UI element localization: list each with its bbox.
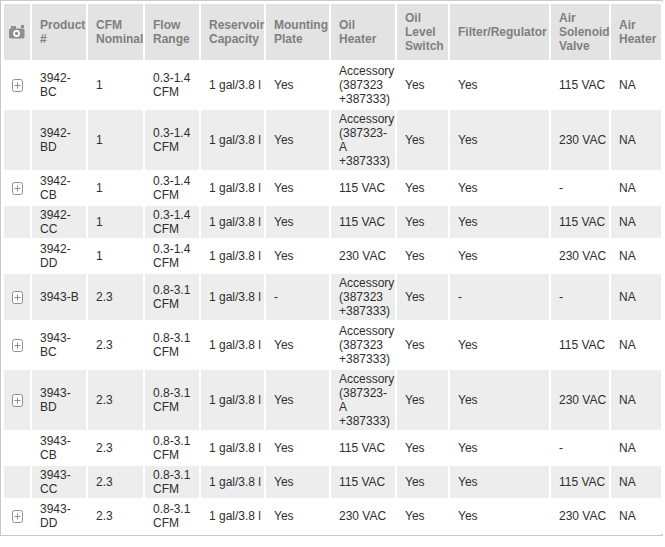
- column-header-oil_heater: Oil Heater: [331, 4, 395, 60]
- cfm-cell: 2.3: [88, 370, 143, 430]
- reservoir-cell: 1 gal/3.8 l: [201, 172, 264, 204]
- reservoir-cell: 1 gal/3.8 l: [201, 206, 264, 238]
- cfm-cell: 1: [88, 62, 143, 108]
- oil_heater-cell: Accessory (387323 +387333): [331, 62, 395, 108]
- product-table: Product #CFM NominalFlow RangeReservoir …: [2, 2, 663, 534]
- expand-plus-icon: [12, 394, 23, 407]
- cfm-cell: 2.3: [88, 500, 143, 532]
- product-cell: 3942-CC: [32, 206, 86, 238]
- expand-cell: [4, 500, 30, 532]
- mounting-cell: Yes: [266, 172, 329, 204]
- filter-cell: Yes: [450, 206, 549, 238]
- oil_heater-cell: 115 VAC: [331, 466, 395, 498]
- oil_heater-cell: Accessory (387323 +387333): [331, 274, 395, 320]
- expand-cell: [4, 110, 30, 170]
- reservoir-cell: 1 gal/3.8 l: [201, 432, 264, 464]
- oil_level-cell: Yes: [397, 274, 448, 320]
- filter-cell: Yes: [450, 432, 549, 464]
- expand-cell: [4, 322, 30, 368]
- oil_heater-cell: 230 VAC: [331, 500, 395, 532]
- expand-cell: [4, 172, 30, 204]
- reservoir-cell: 1 gal/3.8 l: [201, 274, 264, 320]
- oil_level-cell: Yes: [397, 322, 448, 368]
- air_heater-cell: NA: [611, 370, 661, 430]
- table-row: 3942-BC10.3-1.4 CFM1 gal/3.8 lYesAccesso…: [4, 62, 661, 108]
- expand-cell: [4, 240, 30, 272]
- column-header-air_heater: Air Heater: [611, 4, 661, 60]
- mounting-cell: Yes: [266, 62, 329, 108]
- filter-cell: Yes: [450, 466, 549, 498]
- mounting-cell: Yes: [266, 500, 329, 532]
- mounting-cell: Yes: [266, 206, 329, 238]
- flow-cell: 0.3-1.4 CFM: [145, 172, 199, 204]
- header-row: Product #CFM NominalFlow RangeReservoir …: [4, 4, 661, 60]
- table-header: Product #CFM NominalFlow RangeReservoir …: [4, 4, 661, 60]
- solenoid-cell: 230 VAC: [551, 110, 609, 170]
- product-cell: 3943-B: [32, 274, 86, 320]
- column-header-label: Mounting Plate: [274, 18, 328, 46]
- air_heater-cell: NA: [611, 206, 661, 238]
- column-header-label: Air Heater: [619, 18, 656, 46]
- oil_level-cell: Yes: [397, 172, 448, 204]
- table-row: 3942-CC10.3-1.4 CFM1 gal/3.8 lYes115 VAC…: [4, 206, 661, 238]
- expand-plus-icon: [12, 79, 23, 92]
- cfm-cell: 1: [88, 240, 143, 272]
- expand-row-button[interactable]: [12, 394, 23, 407]
- expand-cell: [4, 370, 30, 430]
- oil_level-cell: Yes: [397, 110, 448, 170]
- air_heater-cell: NA: [611, 240, 661, 272]
- table-row: 3943-CC2.30.8-3.1 CFM1 gal/3.8 lYes115 V…: [4, 466, 661, 498]
- oil_heater-cell: Accessory (387323-A +387333): [331, 370, 395, 430]
- oil_level-cell: Yes: [397, 500, 448, 532]
- mounting-cell: -: [266, 274, 329, 320]
- mounting-cell: Yes: [266, 240, 329, 272]
- oil_heater-cell: Accessory (387323-A +387333): [331, 110, 395, 170]
- expand-row-button[interactable]: [12, 291, 23, 304]
- oil_level-cell: Yes: [397, 370, 448, 430]
- cfm-cell: 2.3: [88, 322, 143, 368]
- expand-row-button[interactable]: [12, 182, 23, 195]
- product-cell: 3943-BC: [32, 322, 86, 368]
- reservoir-cell: 1 gal/3.8 l: [201, 110, 264, 170]
- column-header-label: Air Solenoid Valve: [559, 11, 610, 53]
- product-cell: 3943-CB: [32, 432, 86, 464]
- flow-cell: 0.3-1.4 CFM: [145, 240, 199, 272]
- solenoid-cell: 230 VAC: [551, 370, 609, 430]
- column-header-photo: [4, 4, 30, 60]
- expand-cell: [4, 274, 30, 320]
- table-row: 3942-CB10.3-1.4 CFM1 gal/3.8 lYes115 VAC…: [4, 172, 661, 204]
- solenoid-cell: -: [551, 172, 609, 204]
- column-header-label: Oil Heater: [339, 18, 376, 46]
- mounting-cell: Yes: [266, 370, 329, 430]
- table-row: 3942-DD10.3-1.4 CFM1 gal/3.8 lYes230 VAC…: [4, 240, 661, 272]
- air_heater-cell: NA: [611, 110, 661, 170]
- cfm-cell: 2.3: [88, 432, 143, 464]
- reservoir-cell: 1 gal/3.8 l: [201, 466, 264, 498]
- flow-cell: 0.8-3.1 CFM: [145, 432, 199, 464]
- oil_heater-cell: 115 VAC: [331, 206, 395, 238]
- air_heater-cell: NA: [611, 62, 661, 108]
- mounting-cell: Yes: [266, 432, 329, 464]
- expand-cell: [4, 206, 30, 238]
- expand-plus-icon: [12, 291, 23, 304]
- column-header-filter: Filter/Regulator: [450, 4, 549, 60]
- column-header-oil_level: Oil Level Switch: [397, 4, 448, 60]
- table-row: 3943-BD2.30.8-3.1 CFM1 gal/3.8 lYesAcces…: [4, 370, 661, 430]
- air_heater-cell: NA: [611, 274, 661, 320]
- solenoid-cell: 230 VAC: [551, 500, 609, 532]
- product-cell: 3943-CC: [32, 466, 86, 498]
- flow-cell: 0.8-3.1 CFM: [145, 466, 199, 498]
- air_heater-cell: NA: [611, 322, 661, 368]
- expand-row-button[interactable]: [12, 510, 23, 523]
- camera-icon: [9, 25, 26, 39]
- oil_level-cell: Yes: [397, 240, 448, 272]
- product-cell: 3942-BD: [32, 110, 86, 170]
- column-header-label: Reservoir Capacity: [209, 18, 264, 46]
- table-row: 3942-BD10.3-1.4 CFM1 gal/3.8 lYesAccesso…: [4, 110, 661, 170]
- oil_level-cell: Yes: [397, 206, 448, 238]
- column-header-cfm: CFM Nominal: [88, 4, 143, 60]
- filter-cell: Yes: [450, 240, 549, 272]
- expand-row-button[interactable]: [12, 79, 23, 92]
- product-cell: 3943-BD: [32, 370, 86, 430]
- expand-row-button[interactable]: [12, 339, 23, 352]
